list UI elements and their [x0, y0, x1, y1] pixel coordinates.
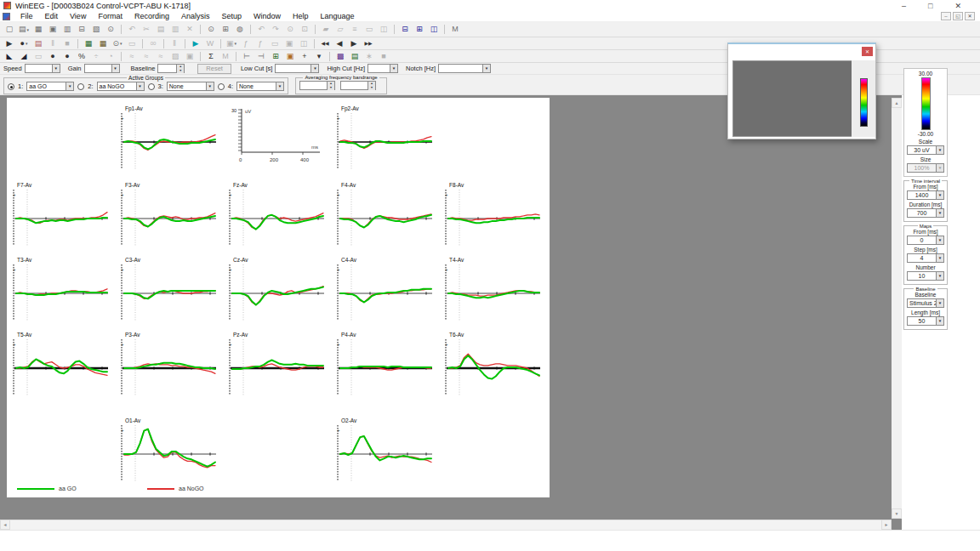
erp-plot-cz[interactable]: Cz-Av+	[228, 256, 327, 322]
tb-compare-tool-button[interactable]: ◫	[297, 38, 311, 49]
tb-magnify-button[interactable]: ⊙	[283, 24, 297, 35]
tb-open-folder-button[interactable]: ▤▾	[17, 24, 31, 35]
tb-layout-button[interactable]: ▭	[362, 24, 376, 35]
erp-plot-pz[interactable]: Pz-Av+	[228, 331, 327, 397]
menu-window[interactable]: Window	[248, 12, 287, 20]
lowcut-combo[interactable]: ▼	[275, 64, 319, 73]
tb-scale-map-button[interactable]: ▣	[283, 51, 297, 62]
mdi-minimize-icon[interactable]: –	[941, 12, 951, 20]
notch-combo[interactable]: ▼	[438, 64, 491, 73]
tb-find-button[interactable]: ⊙	[204, 24, 218, 35]
erp-plot-fz[interactable]: Fz-Av+	[228, 181, 327, 247]
tb-spectra-view-button[interactable]: ⊟	[398, 24, 412, 35]
group-3-radio[interactable]	[148, 83, 155, 90]
step-combo[interactable]: 4▼	[907, 253, 944, 263]
tb-sum-tool-button[interactable]: Σ	[204, 51, 218, 62]
tb-artifact-arrow-button[interactable]: ▶	[189, 38, 202, 49]
minimize-icon[interactable]: –	[902, 2, 906, 10]
tb-grid-map-button[interactable]: ⊞	[269, 51, 282, 62]
scroll-up-icon[interactable]: ▲	[892, 98, 902, 108]
chevron-down-icon[interactable]: ▼	[136, 82, 144, 90]
erp-plot-f8[interactable]: F8-Av+	[444, 181, 543, 247]
erp-plot-p3[interactable]: P3-Av+	[120, 331, 219, 397]
spin-down-icon[interactable]: ▼	[328, 86, 334, 90]
maps-from-combo[interactable]: 0▼	[907, 236, 944, 245]
averaging-low-spinner[interactable]: ▲▼	[299, 81, 335, 90]
tb-rect-tool-button[interactable]: ▭	[31, 51, 45, 62]
tb-open-record-button[interactable]: ▤	[31, 38, 45, 49]
tb-asterisk-tool-button[interactable]: ∗	[362, 51, 376, 62]
erp-plot-c3[interactable]: C3-Av+	[120, 256, 219, 322]
erp-plot-fp2[interactable]: Fp2-Av+	[336, 105, 435, 171]
menu-help[interactable]: Help	[287, 12, 315, 20]
tb-cursor-right-button[interactable]: ⊣	[254, 51, 268, 62]
tb-electrode-table-button[interactable]: ▦	[96, 38, 110, 49]
chevron-down-icon[interactable]: ▾	[235, 41, 237, 46]
chevron-down-icon[interactable]: ▼	[936, 254, 943, 262]
erp-plot-f7[interactable]: F7-Av+	[12, 181, 111, 247]
tb-select-region-button[interactable]: ⊡	[298, 24, 311, 35]
tb-pan-button[interactable]: ◍	[233, 24, 247, 35]
tb-play-button[interactable]: ▶	[3, 38, 16, 49]
tb-dot-tool-2-button[interactable]: ●	[60, 51, 74, 62]
close-icon[interactable]: ✕	[954, 2, 961, 10]
chevron-down-icon[interactable]: ▼	[482, 65, 490, 72]
tb-print-preview-button[interactable]: ▧	[89, 24, 103, 35]
time-from-combo[interactable]: 1400▼	[907, 190, 944, 200]
erp-plot-o2[interactable]: O2-Av+	[336, 417, 435, 483]
tb-dot-tool-button[interactable]: ●	[46, 51, 60, 62]
tb-corner-tool-2-button[interactable]: ◢	[17, 51, 31, 62]
tb-image-tool-button[interactable]: ▣▾	[225, 38, 238, 49]
erp-plot-o1[interactable]: O1-Av+	[120, 417, 219, 483]
tb-divide-tool-button[interactable]: ÷	[89, 51, 103, 62]
tb-cut-button[interactable]: ✂	[140, 24, 153, 35]
spin-down-icon[interactable]: ▼	[368, 86, 375, 90]
tb-last-page-button[interactable]: ▶▶	[362, 38, 375, 49]
chevron-down-icon[interactable]: ▼	[206, 82, 214, 90]
tb-cursor-left-button[interactable]: ⊢	[240, 51, 254, 62]
scale-combo[interactable]: 30 uV▼	[907, 145, 944, 155]
chevron-down-icon[interactable]: ▼	[66, 82, 73, 90]
tb-zoom-tool-button[interactable]: ⊙▾	[111, 38, 124, 49]
erp-plot-t4[interactable]: T4-Av+	[444, 256, 543, 322]
erp-plot-f3[interactable]: F3-Av+	[120, 181, 219, 247]
tb-zoom-in-button[interactable]: ⊞	[219, 24, 232, 35]
tb-first-page-button[interactable]: ◀◀	[318, 38, 332, 49]
tb-filter-1-button[interactable]: ƒ	[239, 38, 253, 49]
tb-frame-tool-button[interactable]: ▭	[268, 38, 282, 49]
menu-view[interactable]: View	[64, 12, 92, 20]
tb-block-tool-button[interactable]: ■	[377, 51, 390, 62]
tb-print-button[interactable]: ⊟	[75, 24, 88, 35]
spin-down-icon[interactable]: ▼	[177, 69, 184, 73]
close-icon[interactable]: ✕	[862, 47, 873, 56]
tb-tile-windows-button[interactable]: ◫	[377, 24, 390, 35]
mdi-close-icon[interactable]: ✕	[965, 12, 975, 20]
chevron-down-icon[interactable]: ▼	[936, 191, 943, 199]
group-1-combo[interactable]: aa GO▼	[26, 82, 74, 91]
duration-combo[interactable]: 700▼	[907, 208, 944, 218]
tb-copy-button[interactable]: ▤	[154, 24, 168, 35]
menu-format[interactable]: Format	[92, 12, 128, 20]
tb-spectrum-tool-button[interactable]: ▨	[168, 51, 182, 62]
mdi-restore-icon[interactable]: ◱	[953, 12, 963, 20]
menu-file[interactable]: File	[14, 12, 39, 20]
tb-stop-button[interactable]: ■	[60, 38, 74, 49]
tb-montage-list-button[interactable]: ▤	[348, 51, 362, 62]
scroll-down-icon[interactable]: ▼	[892, 508, 902, 519]
chevron-down-icon[interactable]: ▼	[52, 65, 60, 72]
vertical-scrollbar[interactable]: ▲ ▼	[892, 98, 902, 519]
menu-analysis[interactable]: Analysis	[175, 12, 216, 20]
erp-plot-t3[interactable]: T3-Av+	[12, 256, 111, 322]
tb-list-view-button[interactable]: ≡	[348, 24, 362, 35]
reset-button[interactable]: Reset	[197, 64, 231, 74]
tb-save-button[interactable]: ▦	[31, 24, 45, 35]
group-2-radio[interactable]	[77, 83, 84, 90]
tb-corner-tool-button[interactable]: ◣	[3, 51, 16, 62]
number-combo[interactable]: 10▼	[907, 271, 944, 281]
menu-edit[interactable]: Edit	[39, 12, 65, 20]
erp-plot-t5[interactable]: T5-Av+	[12, 331, 111, 397]
tb-wave-3-button[interactable]: ≈	[154, 51, 168, 62]
chevron-down-icon[interactable]: ▾	[120, 41, 122, 46]
length-combo[interactable]: 50▼	[907, 316, 944, 326]
tb-split-view-button[interactable]: ‖	[168, 38, 181, 49]
